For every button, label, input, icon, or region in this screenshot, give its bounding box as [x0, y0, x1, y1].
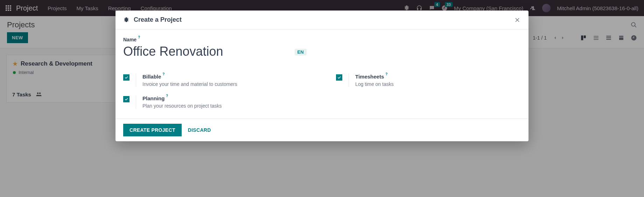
close-icon[interactable] [514, 16, 521, 23]
help-icon[interactable]: ? [385, 72, 387, 78]
option-planning: Planning? Plan your resources on project… [123, 95, 308, 109]
help-icon[interactable]: ? [138, 35, 140, 39]
name-label: Name ? [123, 37, 140, 42]
timesheets-label: Timesheets [355, 74, 384, 80]
modal-footer: CREATE PROJECT DISCARD [115, 118, 528, 141]
create-project-modal: Create a Project Name ? Office Renovatio… [115, 11, 528, 141]
debug-icon[interactable] [123, 17, 130, 23]
help-icon[interactable]: ? [166, 94, 168, 100]
planning-desc: Plan your resources on project tasks [142, 103, 222, 109]
modal-body: Name ? Office Renovation EN Billable? In… [115, 29, 528, 118]
modal-title: Create a Project [134, 16, 182, 23]
option-timesheets: Timesheets? Log time on tasks [336, 74, 521, 87]
billable-checkbox[interactable] [123, 74, 130, 81]
name-label-text: Name [123, 37, 136, 42]
modal-overlay[interactable]: Create a Project Name ? Office Renovatio… [0, 0, 644, 197]
help-icon[interactable]: ? [162, 72, 164, 78]
planning-checkbox[interactable] [123, 96, 130, 102]
billable-desc: Invoice your time and material to custom… [142, 81, 237, 87]
modal-header: Create a Project [115, 11, 528, 29]
options-grid: Billable? Invoice your time and material… [123, 74, 521, 109]
timesheets-checkbox[interactable] [336, 74, 342, 81]
discard-button[interactable]: DISCARD [188, 127, 211, 133]
billable-label: Billable [142, 74, 161, 80]
planning-label: Planning [142, 95, 164, 101]
name-input[interactable]: Office Renovation [123, 44, 223, 59]
language-badge[interactable]: EN [295, 49, 307, 55]
option-billable: Billable? Invoice your time and material… [123, 74, 308, 87]
create-project-button[interactable]: CREATE PROJECT [123, 124, 182, 136]
timesheets-desc: Log time on tasks [355, 81, 394, 87]
